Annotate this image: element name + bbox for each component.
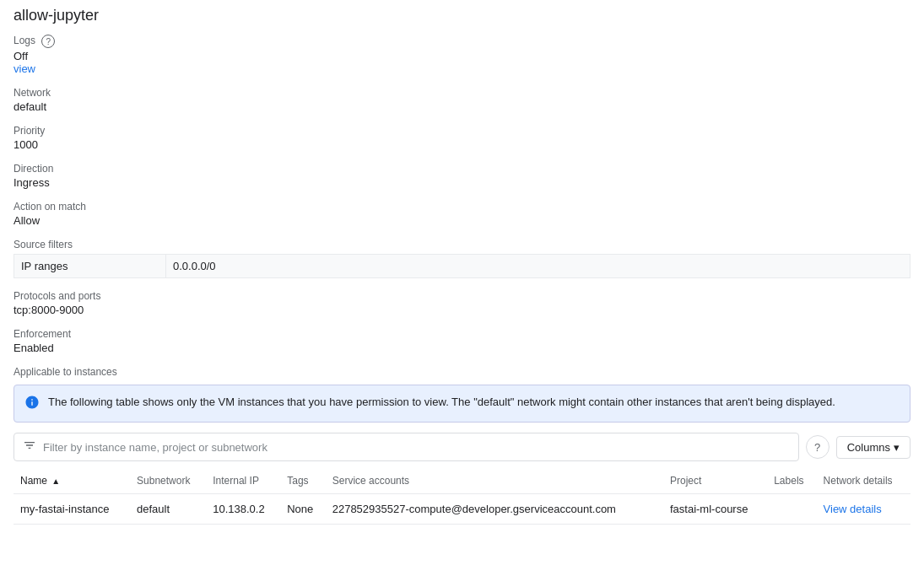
info-banner-text: The following table shows only the VM in… bbox=[48, 394, 835, 411]
source-filters-field-group: Source filters IP ranges 0.0.0.0/0 bbox=[14, 239, 910, 278]
priority-field-group: Priority 1000 bbox=[14, 125, 910, 151]
direction-field-group: Direction Ingress bbox=[14, 163, 910, 189]
instances-table: Name ▲ Subnetwork Internal IP Tags Servi… bbox=[14, 468, 910, 525]
sort-icon-name: ▲ bbox=[51, 476, 60, 486]
table-header: Name ▲ Subnetwork Internal IP Tags Servi… bbox=[14, 468, 910, 494]
col-project: Project bbox=[663, 468, 767, 494]
direction-label: Direction bbox=[14, 163, 910, 175]
table-header-row: Name ▲ Subnetwork Internal IP Tags Servi… bbox=[14, 468, 910, 494]
source-filters-row: IP ranges 0.0.0.0/0 bbox=[14, 255, 910, 278]
cell-tags: None bbox=[280, 494, 325, 525]
action-on-match-value: Allow bbox=[14, 214, 910, 227]
priority-label: Priority bbox=[14, 125, 910, 137]
chevron-down-icon: ▾ bbox=[894, 441, 900, 454]
cell-network-details[interactable]: View details bbox=[817, 494, 910, 525]
col-subnetwork: Subnetwork bbox=[130, 468, 206, 494]
action-on-match-label: Action on match bbox=[14, 201, 910, 213]
info-banner: The following table shows only the VM in… bbox=[14, 385, 910, 423]
source-filters-value: 0.0.0.0/0 bbox=[166, 255, 910, 278]
logs-field-group: Logs ? Off view bbox=[14, 35, 910, 75]
protocols-ports-value: tcp:8000-9000 bbox=[14, 304, 910, 316]
cell-internal-ip: 10.138.0.2 bbox=[206, 494, 280, 525]
table-body: my-fastai-instancedefault10.138.0.2None2… bbox=[14, 494, 910, 525]
info-icon bbox=[24, 395, 40, 413]
columns-button[interactable]: Columns ▾ bbox=[836, 436, 910, 459]
source-filters-label: Source filters bbox=[14, 239, 910, 250]
network-field-group: Network default bbox=[14, 87, 910, 113]
enforcement-value: Enabled bbox=[14, 342, 910, 354]
page-title: allow-jupyter bbox=[14, 7, 910, 24]
col-tags: Tags bbox=[280, 468, 325, 494]
network-label: Network bbox=[14, 87, 910, 99]
col-name[interactable]: Name ▲ bbox=[14, 468, 130, 494]
filter-input[interactable] bbox=[43, 441, 790, 454]
logs-label: Logs ? bbox=[14, 35, 910, 48]
toolbar-help-icon[interactable]: ? bbox=[806, 435, 829, 459]
table-row: my-fastai-instancedefault10.138.0.2None2… bbox=[14, 494, 910, 525]
cell-labels bbox=[767, 494, 816, 525]
action-on-match-field-group: Action on match Allow bbox=[14, 201, 910, 227]
network-value: default bbox=[14, 100, 910, 113]
col-internal-ip: Internal IP bbox=[206, 468, 280, 494]
priority-value: 1000 bbox=[14, 138, 910, 151]
cell-name: my-fastai-instance bbox=[14, 494, 130, 525]
logs-view-link[interactable]: view bbox=[14, 62, 35, 75]
protocols-ports-label: Protocols and ports bbox=[14, 290, 910, 302]
logs-value: Off bbox=[14, 50, 910, 62]
logs-help-icon[interactable]: ? bbox=[41, 35, 55, 48]
view-details-link[interactable]: View details bbox=[824, 503, 882, 515]
source-filters-key: IP ranges bbox=[14, 255, 166, 278]
enforcement-label: Enforcement bbox=[14, 328, 910, 340]
filter-icon bbox=[23, 439, 36, 455]
cell-project: fastai-ml-course bbox=[663, 494, 767, 525]
col-network-details: Network details bbox=[817, 468, 910, 494]
columns-label: Columns bbox=[847, 441, 890, 454]
enforcement-field-group: Enforcement Enabled bbox=[14, 328, 910, 354]
protocols-ports-field-group: Protocols and ports tcp:8000-9000 bbox=[14, 290, 910, 316]
cell-service-accounts: 227852935527-compute@developer.gservicea… bbox=[326, 494, 663, 525]
direction-value: Ingress bbox=[14, 176, 910, 189]
logs-label-text: Logs bbox=[14, 35, 35, 46]
source-filters-table: IP ranges 0.0.0.0/0 bbox=[14, 254, 910, 278]
cell-subnetwork: default bbox=[130, 494, 206, 525]
filter-input-wrapper[interactable] bbox=[14, 433, 799, 461]
toolbar: ? Columns ▾ bbox=[14, 433, 910, 461]
col-service-accounts: Service accounts bbox=[326, 468, 663, 494]
applicable-to-instances-label: Applicable to instances bbox=[14, 366, 910, 378]
col-labels: Labels bbox=[767, 468, 816, 494]
